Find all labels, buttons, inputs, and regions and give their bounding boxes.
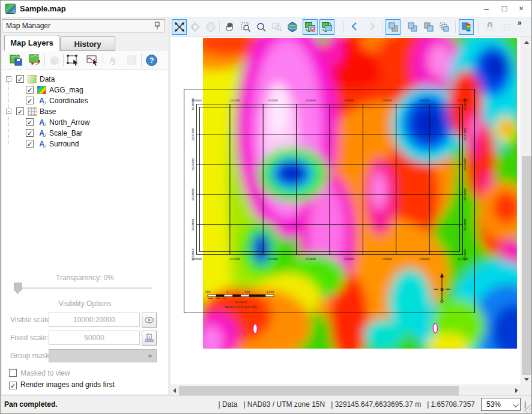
- save-map-button[interactable]: [9, 53, 23, 67]
- annotation-tool-icon: A: [106, 53, 119, 67]
- panel-header[interactable]: Map Manager: [2, 19, 165, 32]
- fiducial-mark: [434, 323, 438, 333]
- checkbox-surround[interactable]: ✓: [26, 140, 34, 148]
- tab-map-layers[interactable]: Map Layers: [4, 35, 59, 51]
- checkbox-data[interactable]: ✓: [16, 75, 24, 83]
- back-chevron-icon: [350, 22, 360, 31]
- annotation-group-icon: A: [37, 129, 46, 137]
- bring-forward-button[interactable]: [405, 19, 420, 35]
- masked-to-view-checkbox[interactable]: [9, 369, 17, 377]
- tree-label[interactable]: Data: [40, 75, 55, 83]
- tree-row-scale-bar[interactable]: ✓ A Scale_Bar: [2, 128, 168, 139]
- view-3d-cube-icon: [48, 53, 62, 67]
- transparency-slider-track[interactable]: [17, 287, 152, 289]
- checkbox-agg-mag[interactable]: ✓: [26, 86, 34, 94]
- pan-points-tool-button[interactable]: [172, 19, 187, 35]
- scroll-up-icon[interactable]: [524, 41, 529, 44]
- send-backward-button[interactable]: [421, 19, 436, 35]
- scroll-down-icon[interactable]: [524, 378, 529, 381]
- select-group-box-button[interactable]: [66, 53, 80, 67]
- tree-row-north-arrow[interactable]: ✓ A North_Arrow: [2, 118, 168, 128]
- masked-to-view-row[interactable]: Masked to view: [9, 368, 70, 377]
- svg-text:6634000: 6634000: [464, 218, 467, 230]
- transparency-slider-thumb[interactable]: [14, 283, 22, 294]
- visible-scale-input[interactable]: [49, 313, 140, 327]
- scrollbar-corner: [521, 385, 531, 395]
- send-to-back-button[interactable]: [437, 19, 452, 35]
- minimize-button[interactable]: –: [477, 1, 495, 17]
- group-mask-label: Group mask:: [10, 352, 52, 360]
- tree-row-surround[interactable]: ✓ A Surround: [2, 139, 168, 149]
- group-mask-select[interactable]: [49, 349, 157, 362]
- zoom-level-select[interactable]: 53%: [481, 398, 521, 411]
- tree-row-base[interactable]: - ✓ Base: [2, 107, 168, 117]
- bring-to-front-button[interactable]: [385, 19, 401, 35]
- tree-row-coordinates[interactable]: ✓ A Coordinates: [2, 96, 168, 106]
- tree-row-data[interactable]: - ✓ Data: [2, 74, 168, 85]
- redraw-icon: [321, 22, 333, 32]
- scroll-right-icon[interactable]: [515, 388, 518, 393]
- svg-text:226000: 226000: [420, 99, 430, 102]
- checkbox-base[interactable]: ✓: [16, 107, 24, 115]
- title-bar: Sample.map – □ ×: [1, 1, 531, 17]
- resize-grip[interactable]: [524, 405, 532, 413]
- zoom-magnifier-button[interactable]: [253, 19, 268, 35]
- map-viewport[interactable]: 2200002200002210002210002220002220002230…: [171, 37, 521, 385]
- tree-label[interactable]: Scale_Bar: [49, 129, 82, 137]
- tree-label[interactable]: Surround: [49, 140, 79, 148]
- svg-text:222000: 222000: [267, 99, 277, 102]
- map-group-icon: [28, 75, 37, 83]
- tab-history[interactable]: History: [60, 36, 115, 51]
- view-forward-button: [364, 19, 379, 35]
- checkbox-north-arrow[interactable]: ✓: [26, 118, 34, 126]
- visible-scale-eye-button[interactable]: [142, 313, 157, 328]
- view-back-button[interactable]: [347, 19, 362, 35]
- eye-icon: [142, 313, 156, 327]
- scale-bar-labels: 50005001,000(meters)NAD83 / UTM zone 15N: [205, 290, 274, 308]
- refresh-map-button[interactable]: [28, 53, 41, 67]
- redraw-map-auto-button[interactable]: [303, 19, 318, 35]
- svg-text:221000: 221000: [229, 257, 240, 260]
- horizontal-scroll-thumb[interactable]: [179, 386, 459, 395]
- render-first-row[interactable]: ✓Render images and grids first: [9, 380, 115, 389]
- vertical-scroll-thumb[interactable]: [522, 156, 531, 375]
- chevron-down-icon: [148, 355, 153, 358]
- svg-text:6638000: 6638000: [192, 98, 195, 110]
- svg-text:222000: 222000: [267, 257, 277, 260]
- tree-label[interactable]: Base: [40, 107, 56, 116]
- svg-text:6633000: 6633000: [192, 248, 195, 260]
- fixed-scale-lock-button[interactable]: [142, 331, 157, 346]
- fixed-scale-input[interactable]: [49, 331, 140, 345]
- tree-label[interactable]: North_Arrow: [49, 118, 89, 127]
- tree-label[interactable]: Coordinates: [49, 97, 88, 105]
- svg-text:6635000: 6635000: [192, 188, 195, 200]
- scroll-left-icon[interactable]: [173, 388, 176, 393]
- maximize-button[interactable]: □: [495, 1, 513, 17]
- map-annotations-overlay: 2200002200002210002210002220002220002230…: [171, 37, 521, 385]
- select-line-group-button[interactable]: [86, 53, 100, 67]
- render-first-checkbox[interactable]: ✓: [9, 382, 17, 389]
- tree-row-agg-mag[interactable]: ✓ AGG_mag: [2, 85, 168, 95]
- tree-label[interactable]: AGG_mag: [49, 86, 83, 94]
- vertical-scrollbar[interactable]: [521, 37, 531, 385]
- pan-hand-button[interactable]: [222, 19, 237, 35]
- collapse-icon[interactable]: -: [6, 109, 11, 114]
- svg-text:225000: 225000: [381, 257, 391, 260]
- send-to-back-icon: [439, 22, 450, 32]
- bring-forward-icon: [407, 22, 418, 32]
- redraw-map-button[interactable]: [319, 19, 334, 35]
- interactive-zoom-button[interactable]: [238, 19, 253, 35]
- snap-magnet-button: [482, 19, 497, 35]
- close-button[interactable]: ×: [512, 1, 530, 17]
- panel-body: - ✓ Data ✓ AGG_mag ✓ A Coordinates - ✓ B…: [2, 70, 168, 394]
- collapse-icon[interactable]: -: [6, 76, 11, 82]
- status-coordinates: | 329145.647,6633695.37 m: [331, 400, 421, 409]
- horizontal-scrollbar[interactable]: [171, 385, 521, 395]
- full-extent-globe-button[interactable]: [285, 19, 300, 35]
- color-legend-button[interactable]: [459, 19, 474, 35]
- toolbar-overflow-button[interactable]: »: [518, 19, 522, 27]
- checkbox-coordinates[interactable]: ✓: [26, 97, 34, 104]
- pin-icon[interactable]: [154, 22, 161, 30]
- checkbox-scale-bar[interactable]: ✓: [26, 129, 34, 137]
- help-button[interactable]: ?: [145, 53, 159, 67]
